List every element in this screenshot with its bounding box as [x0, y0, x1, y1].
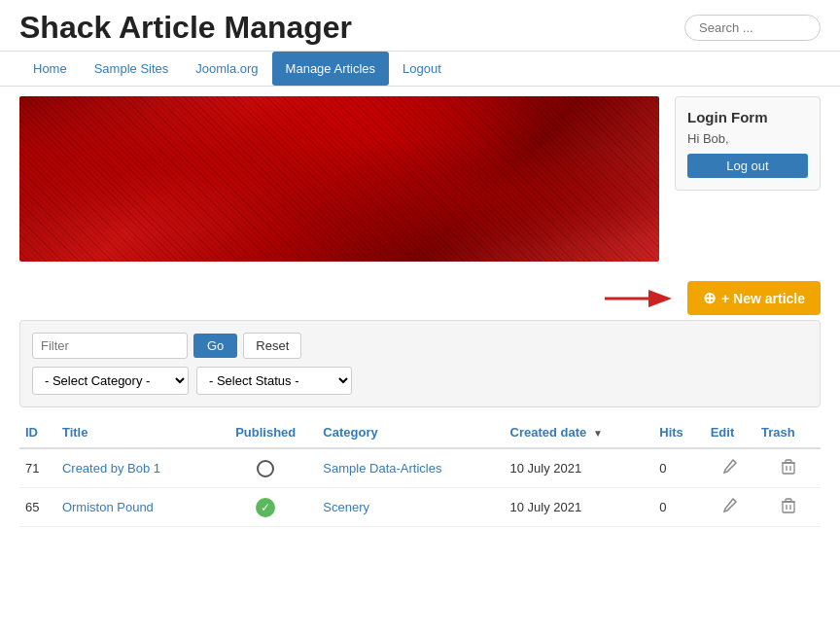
table-row: 71Created by Bob 1Sample Data-Articles10… — [19, 448, 821, 488]
cell-trash — [755, 448, 821, 488]
search-wrapper — [684, 15, 821, 41]
main-layout: Login Form Hi Bob, Log out — [0, 87, 840, 271]
svg-rect-9 — [786, 499, 791, 502]
article-title-link[interactable]: Ormiston Pound — [62, 500, 154, 514]
cell-hits: 0 — [653, 488, 704, 527]
cell-edit — [705, 488, 755, 527]
svg-rect-2 — [783, 463, 794, 474]
cell-published — [214, 448, 317, 488]
reset-button[interactable]: Reset — [243, 333, 301, 359]
trash-icon — [782, 498, 795, 513]
published-circle-icon — [257, 460, 274, 477]
hero-image — [19, 96, 659, 262]
login-form-title: Login Form — [687, 109, 808, 125]
col-id[interactable]: ID — [19, 417, 56, 448]
cell-title: Created by Bob 1 — [56, 448, 214, 488]
col-category[interactable]: Category — [317, 417, 504, 448]
cell-category: Sample Data-Articles — [317, 448, 504, 488]
edit-button[interactable] — [720, 457, 740, 479]
pencil-icon — [722, 498, 738, 513]
sort-icon: ▼ — [593, 428, 603, 439]
article-title-link[interactable]: Created by Bob 1 — [62, 461, 160, 476]
new-article-row: ⊕ + New article — [0, 271, 840, 320]
new-article-label: + New article — [721, 291, 805, 306]
col-title[interactable]: Title — [56, 417, 214, 448]
category-link[interactable]: Sample Data-Articles — [323, 461, 441, 476]
main-nav: Home Sample Sites Joomla.org Manage Arti… — [0, 52, 840, 87]
col-trash[interactable]: Trash — [755, 417, 821, 448]
content-area — [19, 96, 659, 262]
cell-published: ✓ — [214, 488, 317, 527]
col-hits[interactable]: Hits — [653, 417, 704, 448]
nav-logout[interactable]: Logout — [389, 52, 455, 86]
cell-title: Ormiston Pound — [56, 488, 214, 527]
filter-input[interactable] — [32, 333, 188, 359]
cell-trash — [755, 488, 821, 527]
go-button[interactable]: Go — [193, 334, 237, 358]
plus-icon: ⊕ — [703, 289, 716, 307]
svg-rect-4 — [786, 460, 791, 463]
status-select[interactable]: - Select Status - Published Unpublished … — [196, 367, 352, 395]
svg-rect-7 — [783, 502, 794, 512]
category-select[interactable]: - Select Category - Sample Data-Articles… — [32, 367, 189, 395]
table-header-row: ID Title Published Category Created date… — [19, 417, 821, 448]
logout-button[interactable]: Log out — [687, 154, 808, 178]
cell-hits: 0 — [653, 448, 704, 488]
pencil-icon — [722, 459, 738, 475]
cell-created-date: 10 July 2021 — [505, 488, 654, 527]
trash-button[interactable] — [780, 496, 797, 518]
cell-category: Scenery — [317, 488, 504, 527]
filter-section: Go Reset - Select Category - Sample Data… — [19, 320, 821, 407]
trash-button[interactable] — [780, 457, 797, 479]
col-published[interactable]: Published — [214, 417, 317, 448]
nav-home[interactable]: Home — [19, 52, 81, 86]
cell-edit — [705, 448, 755, 488]
articles-table: ID Title Published Category Created date… — [19, 417, 821, 527]
nav-joomla[interactable]: Joomla.org — [182, 52, 271, 86]
edit-button[interactable] — [720, 496, 740, 518]
cell-id: 71 — [19, 448, 56, 488]
filter-row1: Go Reset — [32, 333, 808, 359]
sidebar: Login Form Hi Bob, Log out — [675, 96, 821, 262]
page-title: Shack Article Manager — [19, 10, 352, 46]
search-input[interactable] — [684, 15, 821, 41]
arrow-container — [600, 284, 678, 313]
page-header: Shack Article Manager — [0, 0, 840, 52]
col-edit[interactable]: Edit — [705, 417, 755, 448]
trash-icon — [782, 459, 795, 475]
nav-sample-sites[interactable]: Sample Sites — [81, 52, 183, 86]
login-form-box: Login Form Hi Bob, Log out — [675, 96, 821, 191]
category-link[interactable]: Scenery — [323, 500, 369, 514]
login-form-greeting: Hi Bob, — [687, 131, 808, 146]
new-article-button[interactable]: ⊕ + New article — [687, 281, 821, 315]
col-created-date[interactable]: Created date ▼ — [505, 417, 654, 448]
cell-id: 65 — [19, 488, 56, 527]
cell-created-date: 10 July 2021 — [505, 448, 654, 488]
arrow-icon — [600, 284, 678, 313]
filter-row2: - Select Category - Sample Data-Articles… — [32, 367, 808, 395]
published-check-icon: ✓ — [256, 498, 275, 517]
table-row: 65Ormiston Pound✓Scenery10 July 20210 — [19, 488, 821, 527]
nav-manage-articles[interactable]: Manage Articles — [272, 52, 390, 86]
hero-overlay — [19, 96, 659, 262]
